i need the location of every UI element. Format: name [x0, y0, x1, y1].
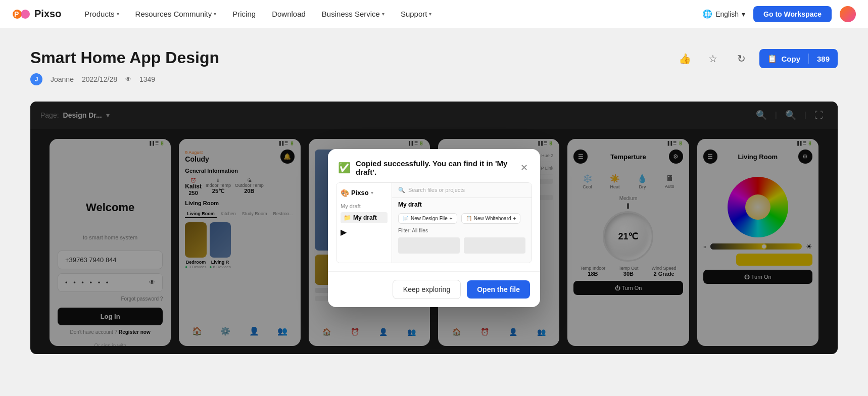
- nav-right: 🌐 English ▾ Go to Workspace: [702, 6, 856, 22]
- copy-count: 389: [809, 49, 838, 68]
- globe-icon: 🌐: [702, 9, 712, 19]
- go-to-workspace-button[interactable]: Go to Workspace: [753, 6, 832, 22]
- nav-pricing[interactable]: Pricing: [225, 6, 263, 22]
- design-header: Smart Home App Design J Joanne 2022/12/2…: [30, 48, 838, 85]
- like-button[interactable]: 👍: [674, 48, 695, 69]
- nav-download[interactable]: Download: [265, 6, 313, 22]
- modal-search-bar[interactable]: 🔍 Search files or projects: [392, 183, 532, 198]
- design-meta: J Joanne 2022/12/28 👁 1349: [30, 73, 219, 85]
- whiteboard-icon: 📋: [466, 216, 472, 221]
- modal-logo-text: Pixso: [351, 189, 369, 196]
- file-preview-1[interactable]: [398, 237, 460, 254]
- search-icon: 🔍: [398, 187, 405, 193]
- modal-header: ✅ Copied successfully. You can find it i…: [328, 149, 540, 182]
- nav-resources[interactable]: Resources Community ▾: [128, 6, 224, 22]
- design-date: 2022/12/28: [82, 75, 117, 83]
- star-icon: ☆: [708, 53, 717, 65]
- new-whiteboard-button[interactable]: 📋 New Whiteboard +: [461, 213, 521, 224]
- navbar: P Pixso Products ▾ Resources Community ▾…: [0, 0, 868, 28]
- nav-logo[interactable]: P Pixso: [12, 5, 61, 23]
- page-content: Smart Home App Design J Joanne 2022/12/2…: [0, 28, 868, 384]
- refresh-button[interactable]: ↻: [731, 48, 751, 69]
- file-preview-2[interactable]: [464, 237, 525, 254]
- success-check-icon: ✅: [338, 162, 351, 174]
- views-count: 1349: [139, 75, 155, 83]
- chevron-down-icon: ▾: [214, 11, 216, 17]
- user-avatar[interactable]: [840, 6, 856, 22]
- open-file-button[interactable]: Open the file: [467, 280, 530, 299]
- success-modal: ✅ Copied successfully. You can find it i…: [328, 149, 540, 307]
- thumb-up-icon: 👍: [679, 53, 691, 65]
- nav-products[interactable]: Products ▾: [77, 6, 126, 22]
- modal-pixso-logo: 🎨 Pixso ▾: [341, 189, 388, 197]
- modal-main-area: 🔍 Search files or projects My draft 📄 Ne…: [392, 183, 532, 263]
- views-icon: 👁: [125, 76, 131, 83]
- modal-sidebar: 🎨 Pixso ▾ My draft 📁 My draft ▶: [336, 183, 392, 263]
- svg-point-1: [21, 10, 30, 19]
- success-message: ✅ Copied successfully. You can find it i…: [338, 159, 518, 176]
- plus-icon: +: [450, 216, 453, 221]
- modal-my-draft-item[interactable]: 📁 My draft: [341, 212, 388, 223]
- modal-file-actions: 📄 New Design File + 📋 New Whiteboard +: [392, 211, 532, 226]
- plus-icon: +: [513, 216, 516, 221]
- page-title: Smart Home App Design: [30, 48, 219, 67]
- nav-business[interactable]: Business Service ▾: [315, 6, 392, 22]
- design-actions: 👍 ☆ ↻ 📋 Copy 389: [674, 48, 838, 69]
- chevron-down-icon: ▾: [382, 11, 384, 17]
- refresh-icon: ↻: [737, 53, 746, 65]
- chevron-down-icon: ▾: [429, 11, 431, 17]
- modal-draft-title: My draft: [392, 198, 532, 211]
- logo-text: Pixso: [34, 8, 61, 20]
- copy-icon: 📋: [767, 54, 777, 63]
- chevron-down-icon: ▾: [371, 190, 373, 195]
- file-icon: 📄: [403, 216, 409, 221]
- new-design-file-button[interactable]: 📄 New Design File +: [398, 213, 457, 224]
- modal-body: 🎨 Pixso ▾ My draft 📁 My draft ▶: [328, 182, 540, 263]
- modal-logo-icon: 🎨: [341, 189, 349, 197]
- modal-close-button[interactable]: ✕: [518, 160, 530, 175]
- modal-overlay: ✅ Copied successfully. You can find it i…: [30, 102, 838, 354]
- modal-file-previews: [392, 235, 532, 256]
- design-info: Smart Home App Design J Joanne 2022/12/2…: [30, 48, 219, 85]
- modal-cursor-area: ▶: [341, 227, 388, 237]
- draft-file-icon: 📁: [344, 214, 351, 221]
- modal-app-preview: 🎨 Pixso ▾ My draft 📁 My draft ▶: [336, 182, 532, 263]
- author-name: Joanne: [51, 75, 74, 83]
- author-avatar: J: [30, 73, 42, 85]
- canvas-area: Page: Design Dr... ▾ 🔍 | 🔍 | ⛶ ▐▐ ☰ 🔋: [30, 102, 838, 354]
- nav-links: Products ▾ Resources Community ▾ Pricing…: [77, 6, 702, 22]
- modal-footer: Keep exploring Open the file: [328, 271, 540, 307]
- copy-btn-label: 📋 Copy: [759, 49, 808, 68]
- nav-support[interactable]: Support ▾: [394, 6, 439, 22]
- keep-exploring-button[interactable]: Keep exploring: [393, 280, 461, 299]
- chevron-down-icon: ▾: [117, 11, 119, 17]
- modal-filter-selector[interactable]: Filter: All files: [392, 226, 532, 235]
- chevron-down-icon: ▾: [742, 10, 745, 18]
- language-selector[interactable]: 🌐 English ▾: [702, 9, 745, 19]
- svg-text:P: P: [14, 10, 19, 18]
- pixso-logo-icon: P: [12, 5, 30, 23]
- modal-draft-section-label: My draft: [341, 203, 388, 209]
- copy-button[interactable]: 📋 Copy 389: [759, 49, 838, 68]
- star-button[interactable]: ☆: [703, 48, 723, 69]
- cursor-icon: ▶: [341, 227, 388, 237]
